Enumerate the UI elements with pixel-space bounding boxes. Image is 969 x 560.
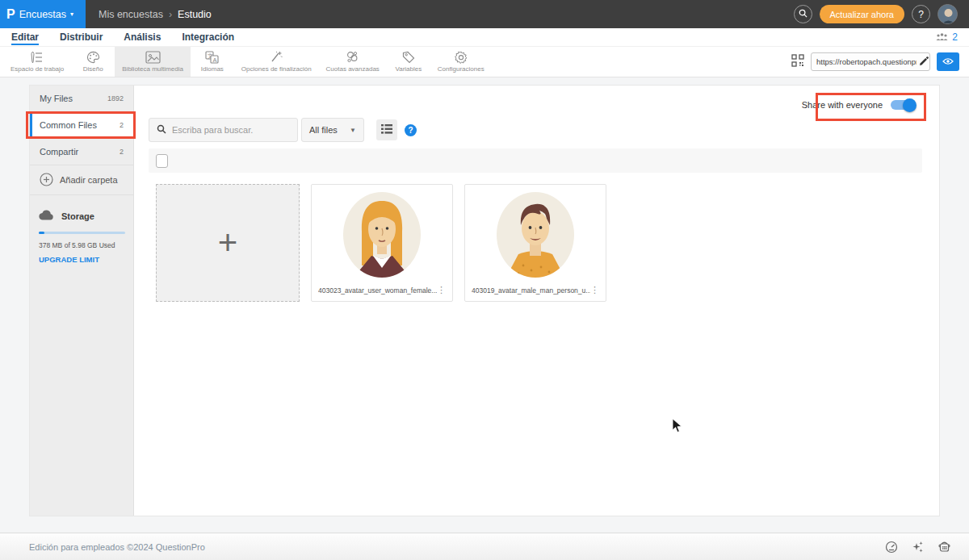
- storage-section: Storage 378 MB of 5.98 GB Used UPGRADE L…: [30, 195, 133, 264]
- help-button[interactable]: ?: [912, 5, 930, 23]
- tab-editar[interactable]: Editar: [11, 30, 39, 45]
- list-view-icon: [381, 123, 392, 137]
- chain-links-icon: [346, 51, 359, 64]
- sparkles-ai-icon[interactable]: [912, 541, 924, 554]
- editor-toolbar: Espacio de trabajo Diseño Biblioteca mul…: [0, 47, 969, 77]
- product-switcher[interactable]: P Encuestas ▾: [0, 0, 86, 28]
- questionpro-logo-icon: P: [6, 8, 15, 21]
- survey-tab-bar: Editar Distribuir Análisis Integración 2: [0, 28, 969, 47]
- compartir-count: 2: [120, 148, 124, 156]
- user-avatar[interactable]: [938, 4, 958, 24]
- files-sidebar: My Files 1892 Common Files 2 Compartir 2…: [30, 86, 134, 516]
- gear-icon: [455, 51, 468, 64]
- survey-url-input[interactable]: [811, 52, 930, 71]
- storage-title: Storage: [61, 211, 94, 221]
- file-card-man-avatar[interactable]: 403019_avatar_male_man_person_u... ⋮: [464, 184, 606, 302]
- breadcrumb-current: Estudio: [178, 9, 212, 20]
- footer-bar: Edición para empleados ©2024 QuestionPro: [0, 533, 969, 560]
- chevron-down-icon: ▾: [70, 10, 73, 18]
- preview-survey-button[interactable]: [937, 52, 959, 71]
- list-view-button[interactable]: [376, 119, 397, 140]
- tab-analisis[interactable]: Análisis: [124, 30, 161, 45]
- top-header-bar: P Encuestas ▾ Mis encuestas › Estudio Ac…: [0, 0, 969, 28]
- performance-gauge-icon[interactable]: [885, 541, 898, 554]
- add-folder-button[interactable]: Añadir carpeta: [30, 165, 133, 195]
- magic-wand-icon: [270, 51, 283, 64]
- woman-avatar-image: [312, 185, 452, 279]
- edit-url-pencil-icon[interactable]: [918, 56, 929, 70]
- chevron-down-icon: ▼: [350, 127, 356, 134]
- kebab-menu-icon[interactable]: ⋮: [590, 285, 599, 295]
- product-name: Encuestas: [19, 9, 66, 20]
- search-button[interactable]: [794, 5, 812, 23]
- toolbar-item-cuotas-avanzadas[interactable]: Cuotas avanzadas: [319, 47, 387, 77]
- support-headset-icon[interactable]: [938, 541, 951, 554]
- palette-icon: [86, 51, 100, 64]
- update-now-button[interactable]: Actualizar ahora: [820, 5, 905, 23]
- file-tiles: +: [156, 184, 606, 302]
- edition-text: Edición para empleados ©2024 QuestionPro: [29, 542, 205, 552]
- file-search-box: [149, 118, 298, 142]
- file-type-filter[interactable]: All files ▼: [301, 118, 364, 142]
- search-icon: [799, 9, 808, 20]
- file-search-input[interactable]: [172, 125, 285, 135]
- kebab-menu-icon[interactable]: ⋮: [437, 285, 446, 295]
- plus-icon: +: [218, 226, 238, 260]
- files-main-area: Share with everyone All files ▼: [134, 86, 939, 516]
- toolbar-item-variables[interactable]: Variables: [387, 47, 430, 77]
- question-mark-icon: ?: [918, 9, 924, 20]
- breadcrumb-separator: ›: [169, 9, 172, 20]
- storage-progress-bar: [39, 232, 125, 234]
- file-name: 403019_avatar_male_man_person_u...: [472, 286, 590, 295]
- translate-icon: 文A: [205, 51, 219, 64]
- workspace-list-pencil-icon: [30, 51, 44, 64]
- toggle-knob: [903, 98, 917, 112]
- toolbar-item-diseno[interactable]: Diseño: [71, 47, 115, 77]
- file-card-woman-avatar[interactable]: 403023_avatar_user_woman_female... ⋮: [311, 184, 453, 302]
- common-files-count: 2: [120, 121, 124, 129]
- tag-icon: [402, 51, 415, 64]
- toolbar-item-configuraciones[interactable]: Configuraciones: [430, 47, 492, 77]
- toolbar-item-opciones-de-finalizacion[interactable]: Opciones de finalización: [234, 47, 319, 77]
- share-toggle-label: Share with everyone: [802, 100, 883, 110]
- content-area: My Files 1892 Common Files 2 Compartir 2…: [0, 77, 969, 533]
- breadcrumb: Mis encuestas › Estudio: [99, 9, 212, 20]
- sidebar-item-my-files[interactable]: My Files 1892: [30, 86, 133, 112]
- storage-usage-text: 378 MB of 5.98 GB Used: [39, 241, 124, 249]
- plus-circle-icon: [40, 173, 53, 188]
- upload-file-tile[interactable]: +: [156, 184, 300, 302]
- svg-text:A: A: [213, 56, 217, 64]
- select-all-checkbox[interactable]: [156, 154, 168, 168]
- toolbar-item-idiomas[interactable]: 文A Idiomas: [191, 47, 234, 77]
- sidebar-item-compartir[interactable]: Compartir 2: [30, 139, 133, 165]
- qr-code-icon[interactable]: [791, 54, 804, 70]
- tab-distribuir[interactable]: Distribuir: [60, 30, 103, 45]
- file-name: 403023_avatar_user_woman_female...: [318, 286, 437, 295]
- man-avatar-image: [465, 185, 606, 279]
- files-controls-row: All files ▼ ?: [149, 118, 417, 142]
- image-icon: [145, 51, 161, 64]
- search-icon: [157, 123, 166, 137]
- share-toggle[interactable]: [891, 100, 915, 110]
- filter-value: All files: [309, 125, 338, 135]
- toolbar-item-espacio-de-trabajo[interactable]: Espacio de trabajo: [3, 47, 71, 77]
- cloud-icon: [39, 210, 55, 222]
- breadcrumb-parent[interactable]: Mis encuestas: [99, 9, 163, 20]
- eye-icon: [942, 56, 954, 68]
- storage-progress-fill: [39, 232, 44, 234]
- tab-integracion[interactable]: Integración: [182, 30, 234, 45]
- my-files-count: 1892: [107, 94, 124, 102]
- share-with-everyone-control: Share with everyone: [802, 100, 915, 110]
- select-all-bar: [149, 148, 922, 173]
- upgrade-limit-link[interactable]: UPGRADE LIMIT: [39, 255, 124, 264]
- sidebar-item-common-files[interactable]: Common Files 2: [30, 112, 133, 139]
- media-library-panel: My Files 1892 Common Files 2 Compartir 2…: [29, 85, 940, 516]
- collaborators-count[interactable]: 2: [952, 31, 958, 43]
- toolbar-item-biblioteca-multimedia[interactable]: Biblioteca multimedia: [115, 47, 191, 77]
- collaborators-icon[interactable]: [936, 30, 948, 44]
- help-icon[interactable]: ?: [405, 124, 417, 136]
